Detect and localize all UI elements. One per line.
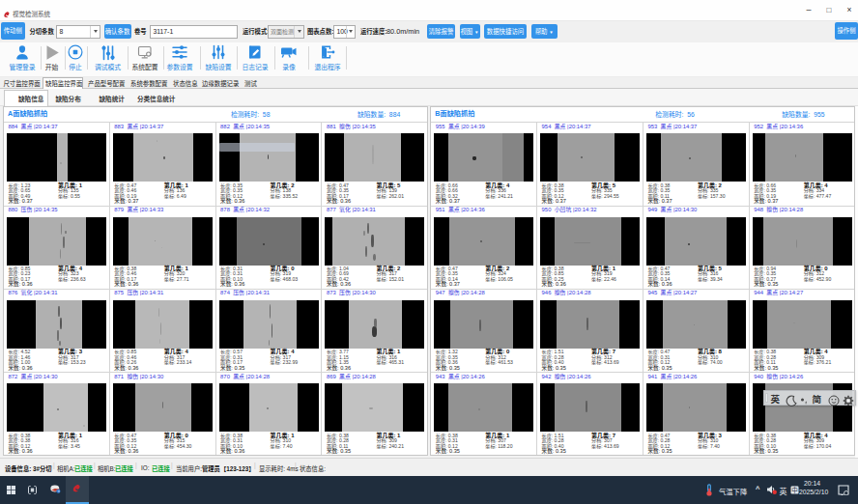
svg-text:中: 中 <box>791 486 798 494</box>
